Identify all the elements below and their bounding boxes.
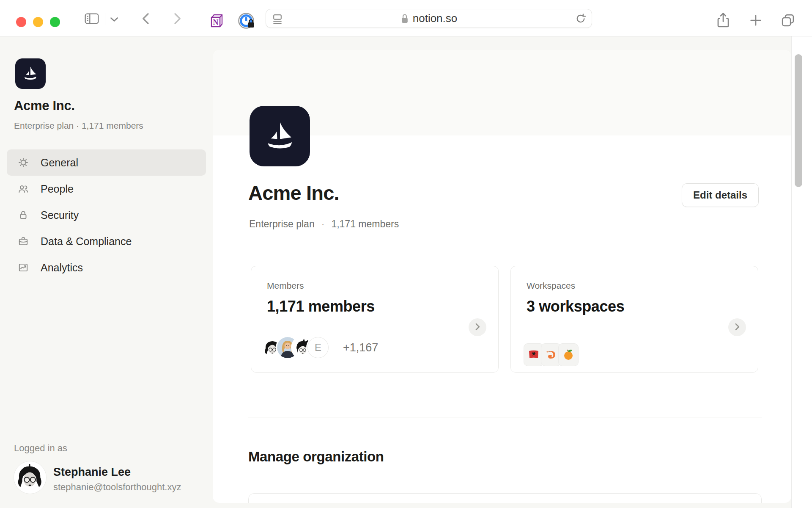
safari-window: N (0, 0, 812, 508)
member-avatar-stack: E +1,167 (262, 337, 378, 358)
sidebar-item-label: General (41, 157, 78, 169)
members-card-value: 1,171 members (267, 298, 375, 315)
org-logo-large (250, 106, 310, 166)
edit-details-button[interactable]: Edit details (682, 183, 759, 207)
sidebar-item-label: Data & Compliance (41, 235, 132, 248)
subtitle-separator: · (321, 218, 325, 230)
user-avatar (14, 461, 46, 494)
reload-button[interactable] (575, 13, 587, 25)
org-meta: Enterprise plan · 1,171 members (14, 121, 143, 131)
member-count-label: 1,171 members (331, 218, 399, 230)
forward-arrow-icon (173, 12, 182, 25)
zoom-window-button[interactable] (50, 17, 60, 27)
chevron-down-icon (110, 17, 119, 22)
url-text: notion.so (413, 12, 458, 25)
notion-org-settings-page: Acme Inc. Enterprise plan · 1,171 member… (0, 36, 812, 508)
sidebar-dropdown-chevron[interactable] (108, 15, 121, 24)
briefcase-icon (18, 236, 29, 247)
sidebar-item-general[interactable]: General (7, 149, 206, 176)
notion-extension-button[interactable]: N (207, 12, 226, 30)
workspaces-card-label: Workspaces (527, 281, 575, 291)
toolbar-separator (105, 13, 105, 25)
logged-in-as-label: Logged in as (14, 443, 67, 454)
tab-overview-icon (780, 12, 796, 28)
plus-icon (749, 14, 763, 27)
forward-button[interactable] (168, 12, 187, 25)
sidebar-item-people[interactable]: People (7, 176, 206, 202)
user-name: Stephanie Lee (53, 466, 131, 479)
back-button[interactable] (136, 12, 155, 25)
members-card[interactable]: Members 1,171 members (251, 266, 499, 373)
workspaces-card-chevron-button[interactable] (728, 318, 746, 336)
reload-icon (575, 13, 587, 25)
manage-organization-heading: Manage organization (248, 449, 384, 465)
org-logo (15, 58, 46, 89)
plan-label: Enterprise plan (249, 218, 315, 230)
new-tab-button[interactable] (746, 11, 765, 30)
chevron-right-icon (734, 323, 741, 332)
workspaces-card[interactable]: Workspaces 3 workspaces (510, 266, 758, 373)
trend-chart-icon (18, 262, 29, 273)
avatar-letter-text: E (315, 342, 321, 353)
https-lock-icon (401, 13, 409, 24)
sidebar-toggle-icon (83, 12, 100, 25)
sidebar-item-label: People (41, 183, 74, 195)
org-settings-panel: Acme Inc. Edit details Enterprise plan ·… (213, 50, 791, 503)
notion-extension-icon: N (208, 12, 225, 30)
tab-overview-button[interactable] (777, 10, 798, 30)
share-button[interactable] (713, 10, 733, 30)
members-card-chevron-button[interactable] (469, 318, 486, 336)
org-subtitle: Enterprise plan · 1,171 members (249, 218, 399, 230)
settings-nav: General People (7, 149, 206, 281)
org-name: Acme Inc. (14, 98, 75, 113)
browser-toolbar: N (0, 0, 812, 36)
people-icon (18, 183, 29, 194)
section-divider (248, 417, 762, 417)
sidebar-item-label: Security (41, 209, 79, 221)
manage-organization-card[interactable] (248, 493, 762, 503)
sidebar-item-label: Analytics (41, 262, 83, 274)
scrollbar-thumb[interactable] (795, 54, 802, 187)
minimize-window-button[interactable] (33, 17, 43, 27)
onepassword-extension-icon (237, 11, 256, 31)
back-arrow-icon (141, 12, 150, 25)
sidebar-item-security[interactable]: Security (7, 202, 206, 228)
avatar-overflow-letter: E (307, 337, 329, 358)
close-window-button[interactable] (16, 17, 26, 27)
members-card-label: Members (267, 281, 304, 291)
tangerine-emoji (558, 343, 579, 366)
address-bar[interactable]: notion.so (266, 9, 592, 28)
lock-icon (18, 210, 29, 221)
workspaces-card-value: 3 workspaces (527, 298, 624, 315)
chevron-right-icon (474, 323, 481, 332)
sidebar-item-analytics[interactable]: Analytics (7, 254, 206, 281)
page-title: Acme Inc. (248, 181, 339, 204)
sidebar-toggle-button[interactable] (82, 12, 102, 25)
user-email: stephanie@toolsforthought.xyz (53, 482, 181, 493)
more-members-count: +1,167 (343, 341, 378, 354)
settings-sidebar: Acme Inc. Enterprise plan · 1,171 member… (0, 36, 213, 508)
onepassword-extension-button[interactable] (236, 11, 257, 31)
share-icon (716, 12, 730, 29)
gear-icon (18, 157, 29, 168)
scrollbar-track (791, 36, 812, 508)
workspace-icon-stack (524, 343, 579, 366)
sidebar-item-data-compliance[interactable]: Data & Compliance (7, 228, 206, 254)
svg-text:N: N (213, 18, 219, 27)
